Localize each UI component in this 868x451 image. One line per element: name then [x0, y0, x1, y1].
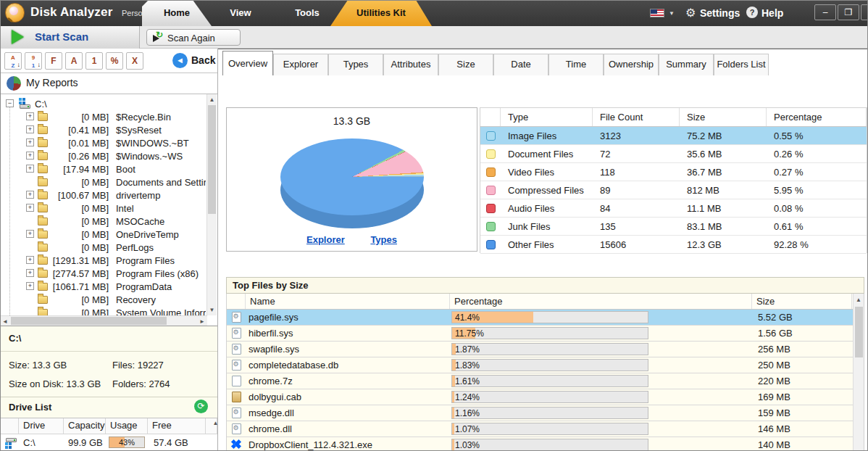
file-row[interactable]: pagefile.sys41.4%5.52 GB: [227, 310, 864, 326]
expand-toggle-icon[interactable]: +: [26, 152, 34, 160]
expand-toggle-icon[interactable]: +: [26, 256, 34, 264]
scroll-thumb[interactable]: [855, 307, 863, 357]
tree-item[interactable]: +[0.41 MB]$SysReset: [0, 123, 206, 136]
column-size[interactable]: Size: [752, 294, 852, 309]
scroll-up-icon[interactable]: ▲: [854, 297, 864, 303]
scroll-thumb[interactable]: [11, 317, 167, 325]
column-percentage[interactable]: Percentage: [767, 108, 867, 126]
close-button[interactable]: ✕: [861, 4, 868, 20]
column-drive[interactable]: Drive: [19, 418, 64, 434]
drive-row[interactable]: C:\99.9 GB43%57.4 GB: [0, 434, 217, 450]
tab-date[interactable]: Date: [493, 54, 548, 75]
language-flag-icon[interactable]: [650, 9, 664, 17]
start-scan-button[interactable]: Start Scan: [0, 26, 140, 49]
tree-item[interactable]: +[0.26 MB]$Windows.~WS: [0, 149, 206, 162]
tree-item[interactable]: +[2774.57 MB]Program Files (x86): [0, 267, 206, 280]
chevron-down-icon[interactable]: ▼: [669, 10, 675, 17]
sort-button-filter-1[interactable]: 1: [85, 52, 103, 70]
file-row[interactable]: DropboxClient_112.4.321.exe1.03%140 MB: [227, 437, 864, 451]
tab-time[interactable]: Time: [548, 54, 604, 75]
file-row[interactable]: msedge.dll1.16%159 MB: [227, 405, 864, 421]
scan-again-button[interactable]: Scan Again: [146, 29, 241, 46]
tab-summary[interactable]: Summary: [659, 54, 714, 75]
tab-ownership[interactable]: Ownership: [604, 54, 659, 75]
refresh-icon[interactable]: ⟳: [194, 400, 208, 413]
help-button[interactable]: Help: [761, 7, 783, 19]
scroll-right-icon[interactable]: ►: [199, 318, 206, 325]
type-row[interactable]: Video Files11836.7 MB0.27 %: [480, 163, 867, 181]
tree-item[interactable]: [0 MB]Recovery: [0, 293, 206, 306]
minimize-button[interactable]: –: [814, 4, 836, 20]
scroll-down-icon[interactable]: ▼: [207, 307, 217, 313]
tree-item[interactable]: +[1291.31 MB]Program Files: [0, 254, 206, 267]
tab-types[interactable]: Types: [328, 54, 383, 75]
column-name[interactable]: Name: [246, 294, 450, 309]
sort-button-filter-a[interactable]: A: [65, 52, 83, 70]
tree-item[interactable]: +[0 MB]Intel: [0, 202, 206, 215]
type-row[interactable]: Other Files1560612.3 GB92.28 %: [480, 236, 867, 254]
expand-toggle-icon[interactable]: +: [26, 204, 34, 212]
tree-horizontal-scrollbar[interactable]: ◄ ►: [0, 315, 207, 326]
file-row[interactable]: chrome.dll1.07%146 MB: [227, 421, 864, 437]
sort-button-sort-az[interactable]: AZ↓: [4, 52, 22, 70]
expand-toggle-icon[interactable]: +: [26, 191, 34, 199]
tab-attributes[interactable]: Attributes: [383, 54, 438, 75]
tree-item[interactable]: [0 MB]PerfLogs: [0, 241, 206, 254]
drive-scrollbar[interactable]: ▲: [206, 418, 217, 434]
tree-item[interactable]: +[0.01 MB]$WINDOWS.~BT: [0, 136, 206, 149]
file-row[interactable]: hiberfil.sys11.75%1.56 GB: [227, 326, 864, 342]
expand-toggle-icon[interactable]: +: [26, 138, 34, 146]
scroll-up-icon[interactable]: ▲: [207, 96, 217, 103]
settings-button[interactable]: Settings: [700, 7, 740, 19]
tree-item[interactable]: +[0 MB]$Recycle.Bin: [0, 110, 206, 123]
expand-toggle-icon[interactable]: +: [26, 230, 34, 238]
type-row[interactable]: Junk Files13583.1 MB0.61 %: [480, 218, 867, 236]
sort-button-filter-f[interactable]: F: [45, 52, 62, 70]
expand-toggle-icon[interactable]: +: [26, 112, 34, 120]
file-row[interactable]: dolbygui.cab1.24%169 MB: [227, 389, 864, 405]
tree-item[interactable]: [0 MB]MSOCache: [0, 215, 206, 228]
my-reports-item[interactable]: My Reports: [0, 73, 217, 94]
tab-size[interactable]: Size: [438, 54, 493, 75]
file-row[interactable]: swapfile.sys1.87%256 MB: [227, 342, 864, 357]
titlebar-tab-home[interactable]: Home: [142, 0, 212, 26]
explorer-link[interactable]: Explorer: [306, 234, 345, 245]
expand-toggle-icon[interactable]: +: [26, 125, 34, 133]
column-type[interactable]: Type: [501, 108, 593, 126]
column-usage[interactable]: Usage: [106, 418, 148, 434]
expand-toggle-icon[interactable]: +: [26, 282, 34, 290]
back-button[interactable]: Back: [191, 54, 215, 66]
tree-item[interactable]: +[100.67 MB]drivertemp: [0, 189, 206, 202]
titlebar-tab-utilities-kit[interactable]: Utilities Kit: [330, 0, 432, 26]
file-row[interactable]: completedatabase.db1.83%250 MB: [227, 357, 864, 373]
sort-button-sort-91[interactable]: 91↓: [25, 52, 42, 70]
tree-item[interactable]: +[1061.71 MB]ProgramData: [0, 280, 206, 293]
column-free[interactable]: Free: [148, 418, 206, 434]
tree-item[interactable]: +[17.94 MB]Boot: [0, 162, 206, 175]
top-files-scrollbar[interactable]: ▲: [853, 294, 864, 451]
scroll-left-icon[interactable]: ◄: [1, 318, 9, 325]
type-row[interactable]: Image Files312375.2 MB0.55 %: [480, 127, 867, 145]
titlebar-tab-tools[interactable]: Tools: [284, 0, 330, 26]
tree-item[interactable]: [0 MB]Documents and Settir: [0, 175, 206, 189]
sort-button-filter-percent[interactable]: %: [106, 52, 123, 70]
file-row[interactable]: chrome.7z1.61%220 MB: [227, 373, 864, 389]
column-percentage[interactable]: Percentage: [450, 294, 752, 309]
column-file-count[interactable]: File Count: [593, 108, 680, 126]
tree-root-item[interactable]: − C:\: [0, 97, 206, 110]
scroll-thumb[interactable]: [208, 105, 216, 214]
help-icon[interactable]: ?: [746, 7, 758, 18]
maximize-button[interactable]: ❐: [838, 4, 859, 20]
tab-overview[interactable]: Overview: [222, 51, 273, 76]
collapse-toggle-icon[interactable]: −: [6, 99, 14, 107]
tree-vertical-scrollbar[interactable]: ▲ ▼: [206, 94, 217, 315]
tree-item[interactable]: +[0 MB]OneDriveTemp: [0, 228, 206, 241]
types-link[interactable]: Types: [370, 234, 397, 245]
titlebar-tab-view[interactable]: View: [217, 0, 264, 26]
type-row[interactable]: Document Files7235.6 MB0.26 %: [480, 145, 867, 163]
gear-icon[interactable]: ⚙: [685, 6, 696, 20]
column-size[interactable]: Size: [680, 108, 767, 126]
sort-button-filter-x[interactable]: X: [126, 52, 143, 70]
type-row[interactable]: Audio Files8411.1 MB0.08 %: [480, 199, 867, 218]
back-icon[interactable]: ◄: [172, 53, 188, 68]
